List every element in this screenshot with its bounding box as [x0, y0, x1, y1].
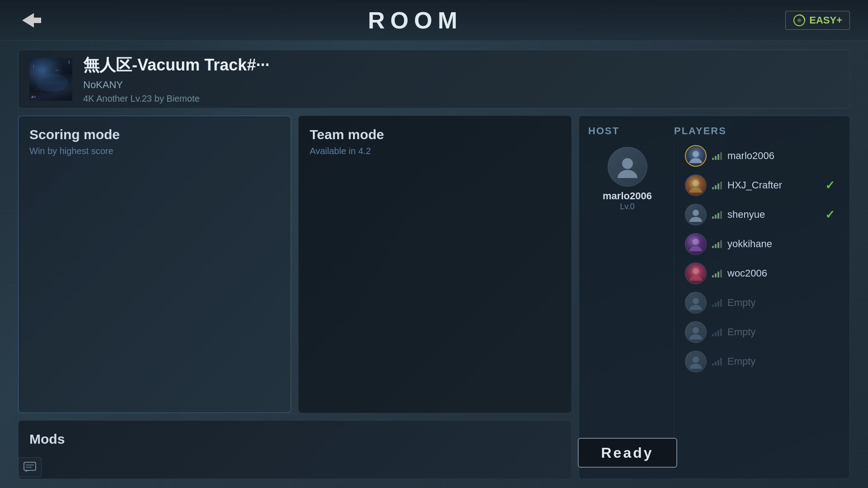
- player-name: Empty: [727, 326, 835, 338]
- mods-title: Mods: [29, 432, 560, 447]
- avatar: [685, 321, 707, 343]
- svg-point-27: [693, 357, 699, 363]
- svg-point-15: [693, 180, 699, 186]
- difficulty-badge[interactable]: EASY+: [785, 11, 850, 30]
- scoring-mode-title: Scoring mode: [29, 127, 280, 142]
- player-name: shenyue: [727, 209, 820, 221]
- ready-area: Ready: [578, 432, 677, 469]
- list-item: woc2006: [681, 260, 839, 287]
- avatar: [685, 174, 707, 196]
- svg-text:A+: A+: [56, 68, 60, 72]
- team-mode-desc: Available in 4.2: [310, 146, 560, 156]
- main-content: A+ i i A+ 無人区-Vacuum Track#···: [0, 41, 868, 488]
- mods-section[interactable]: Mods: [18, 420, 571, 479]
- song-title: 無人区-Vacuum Track#···: [83, 54, 839, 76]
- ready-check-icon: ✓: [825, 178, 835, 192]
- song-cover: A+ i i A+: [29, 58, 72, 101]
- svg-point-23: [693, 298, 699, 304]
- inner-body: marlo2006 Lv.0 Ready: [588, 142, 839, 469]
- player-name: Empty: [727, 356, 835, 367]
- modes-row: Scoring mode Win by highest score Team m…: [18, 116, 571, 413]
- svg-point-11: [622, 158, 633, 169]
- room-panel: HOST PLAYERS marlo2006: [579, 116, 850, 479]
- avatar: [685, 292, 707, 314]
- svg-point-13: [693, 151, 699, 157]
- signal-icon: [712, 152, 722, 160]
- svg-point-20: [689, 246, 702, 251]
- svg-point-19: [693, 239, 699, 245]
- top-labels: HOST PLAYERS: [588, 125, 839, 137]
- song-bar[interactable]: A+ i i A+ 無人区-Vacuum Track#···: [18, 50, 850, 108]
- chat-icon: [24, 462, 36, 473]
- player-name: Empty: [727, 297, 835, 309]
- signal-icon: [712, 181, 722, 189]
- song-info: 無人区-Vacuum Track#··· NoKANY 4K Another L…: [83, 54, 839, 104]
- players-label-area: PLAYERS: [674, 125, 839, 137]
- svg-point-22: [689, 276, 702, 281]
- svg-point-16: [689, 188, 702, 192]
- modes-panel: Scoring mode Win by highest score Team m…: [18, 116, 571, 479]
- avatar: [685, 233, 707, 255]
- team-mode-card[interactable]: Team mode Available in 4.2: [298, 116, 571, 413]
- svg-point-28: [689, 364, 702, 369]
- svg-rect-1: [32, 18, 41, 23]
- host-body: marlo2006 Lv.0 Ready: [588, 142, 674, 469]
- svg-point-24: [689, 305, 702, 310]
- team-mode-title: Team mode: [310, 127, 560, 142]
- song-artist: NoKANY: [83, 79, 839, 91]
- players-list: marlo2006: [674, 142, 839, 469]
- svg-rect-29: [24, 462, 36, 470]
- chat-button[interactable]: [18, 457, 42, 477]
- back-button[interactable]: [18, 7, 45, 34]
- avatar: [685, 263, 707, 284]
- host-label-area: HOST: [588, 125, 674, 137]
- svg-point-21: [693, 268, 699, 274]
- difficulty-label: EASY+: [809, 14, 842, 26]
- list-item: HXJ_Crafter ✓: [681, 172, 839, 199]
- host-label: HOST: [588, 125, 619, 136]
- svg-point-12: [618, 170, 637, 178]
- list-item: Empty: [681, 319, 839, 346]
- list-item: Empty: [681, 289, 839, 316]
- avatar: [685, 204, 707, 225]
- signal-icon: [712, 357, 722, 366]
- svg-point-18: [689, 217, 702, 222]
- player-name: yokkihane: [727, 238, 835, 250]
- header: ROOM EASY+: [0, 0, 868, 41]
- list-item: marlo2006: [681, 142, 839, 169]
- player-name: HXJ_Crafter: [727, 179, 820, 191]
- scoring-mode-card[interactable]: Scoring mode Win by highest score: [18, 116, 291, 413]
- list-item: shenyue ✓: [681, 201, 839, 228]
- host-level: Lv.0: [603, 202, 652, 211]
- players-label: PLAYERS: [674, 125, 726, 136]
- signal-icon: [712, 240, 722, 248]
- avatar: [685, 145, 707, 167]
- svg-point-26: [689, 334, 702, 339]
- list-item: yokkihane: [681, 230, 839, 258]
- signal-icon: [712, 269, 722, 277]
- list-item: Empty: [681, 348, 839, 375]
- signal-icon: [712, 211, 722, 219]
- player-name: marlo2006: [727, 150, 835, 162]
- ready-check-icon: ✓: [825, 208, 835, 222]
- content-area: Scoring mode Win by highest score Team m…: [18, 116, 850, 479]
- host-name: marlo2006: [603, 190, 652, 202]
- svg-point-17: [693, 210, 699, 216]
- signal-icon: [712, 299, 722, 307]
- svg-point-25: [693, 327, 699, 333]
- svg-text:i: i: [33, 64, 34, 69]
- player-name: woc2006: [727, 267, 835, 279]
- signal-icon: [712, 328, 722, 336]
- avatar: [685, 351, 707, 372]
- difficulty-icon: [793, 14, 806, 27]
- host-avatar: [608, 147, 647, 187]
- svg-point-14: [689, 158, 702, 163]
- ready-button[interactable]: Ready: [578, 438, 677, 468]
- song-details: 4K Another Lv.23 by Biemote: [83, 94, 839, 104]
- scoring-mode-desc: Win by highest score: [29, 146, 280, 156]
- svg-point-3: [797, 19, 801, 22]
- page-title: ROOM: [368, 7, 463, 34]
